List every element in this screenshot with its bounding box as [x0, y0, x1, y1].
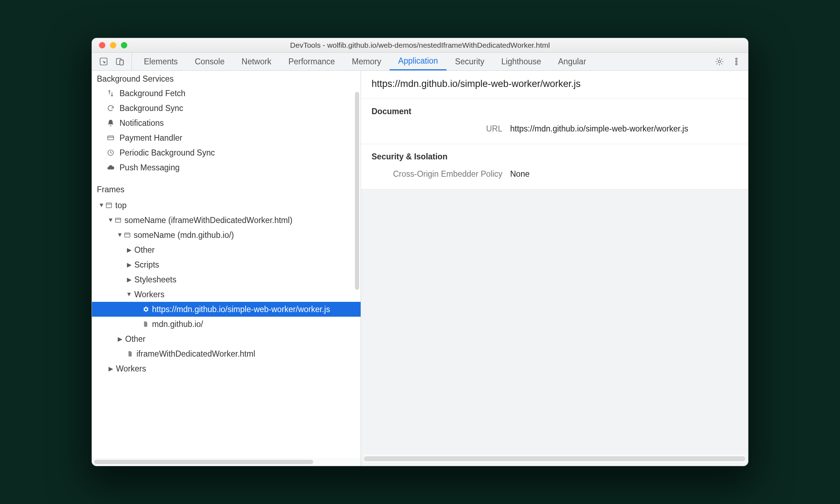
sidebar-item-background-fetch[interactable]: Background Fetch — [92, 86, 361, 101]
devtools-tabbar: ElementsConsoleNetworkPerformanceMemoryA… — [92, 53, 748, 71]
tab-application[interactable]: Application — [390, 53, 447, 70]
inspect-icon[interactable] — [99, 57, 108, 66]
frame-icon — [123, 232, 132, 239]
security-section-title: Security & Isolation — [372, 152, 737, 162]
disclosure-triangle-icon[interactable] — [126, 246, 132, 254]
gear-icon[interactable] — [715, 57, 724, 66]
url-label: URL — [372, 123, 510, 135]
sidebar-item-label: Payment Handler — [119, 133, 182, 143]
tree-label: Workers — [114, 364, 146, 374]
kebab-icon[interactable] — [732, 57, 741, 66]
sidebar-vertical-scrollbar[interactable] — [355, 71, 360, 290]
tab-lighthouse[interactable]: Lighthouse — [493, 53, 550, 70]
inspect-toolbar — [92, 53, 132, 70]
frames-tree: top someName (iframeWithDedicatedWorker.… — [92, 197, 361, 376]
disclosure-triangle-icon[interactable] — [126, 261, 132, 269]
tree-label: Workers — [132, 290, 164, 299]
devtools-window: DevTools - wolfib.github.io/web-demos/ne… — [92, 38, 748, 466]
application-sidebar: Background Services Background FetchBack… — [92, 71, 361, 466]
updown-icon — [106, 89, 115, 97]
tree-item-other[interactable]: Other — [92, 332, 361, 346]
tree-item-top[interactable]: top — [92, 198, 361, 213]
bell-icon — [106, 119, 115, 127]
svg-point-6 — [736, 61, 737, 62]
svg-rect-8 — [108, 136, 114, 140]
tree-label: Other — [132, 245, 155, 255]
sidebar-item-periodic-background-sync[interactable]: Periodic Background Sync — [92, 145, 361, 160]
tree-item-worker-selected[interactable]: https://mdn.github.io/simple-web-worker/… — [92, 302, 361, 317]
sidebar-item-background-sync[interactable]: Background Sync — [92, 101, 361, 116]
tab-security[interactable]: Security — [447, 53, 493, 70]
disclosure-triangle-icon[interactable] — [126, 276, 132, 283]
sidebar-item-label: Notifications — [119, 118, 164, 128]
tree-label: mdn.github.io/ — [150, 320, 203, 329]
security-section: Security & Isolation Cross-Origin Embedd… — [361, 144, 748, 189]
sidebar-item-payment-handler[interactable]: Payment Handler — [92, 130, 361, 145]
tree-label: Stylesheets — [132, 275, 176, 285]
svg-point-5 — [736, 58, 737, 59]
minimize-window-button[interactable] — [110, 42, 116, 48]
tab-console[interactable]: Console — [186, 53, 233, 70]
tree-label: Scripts — [132, 260, 159, 270]
tab-performance[interactable]: Performance — [280, 53, 344, 70]
sidebar-item-label: Periodic Background Sync — [119, 148, 215, 158]
detail-heading: https://mdn.github.io/simple-web-worker/… — [361, 71, 748, 99]
tree-item-document[interactable]: iframeWithDedicatedWorker.html — [92, 346, 361, 361]
disclosure-triangle-icon[interactable] — [98, 202, 105, 209]
tree-item-document[interactable]: mdn.github.io/ — [92, 317, 361, 332]
sidebar-item-notifications[interactable]: Notifications — [92, 116, 361, 130]
gear-icon — [141, 306, 150, 313]
tab-elements[interactable]: Elements — [135, 53, 186, 70]
clock-icon — [106, 149, 115, 157]
disclosure-triangle-icon[interactable] — [117, 335, 123, 343]
panel-body: Background Services Background FetchBack… — [92, 71, 748, 466]
sidebar-horizontal-scrollbar[interactable] — [92, 458, 361, 466]
coep-row: Cross-Origin Embedder Policy None — [372, 168, 737, 180]
device-toggle-icon[interactable] — [115, 57, 124, 66]
tree-item-other[interactable]: Other — [92, 242, 361, 257]
coep-label: Cross-Origin Embedder Policy — [372, 168, 510, 180]
tab-memory[interactable]: Memory — [343, 53, 390, 70]
disclosure-triangle-icon[interactable] — [117, 232, 123, 239]
tree-item-workers[interactable]: Workers — [92, 287, 361, 302]
svg-rect-12 — [125, 233, 130, 237]
sidebar-item-label: Background Sync — [119, 104, 183, 113]
tree-label: someName (mdn.github.io/) — [132, 230, 234, 240]
tree-label: top — [113, 201, 127, 210]
tree-label: iframeWithDedicatedWorker.html — [134, 349, 255, 359]
window-titlebar: DevTools - wolfib.github.io/web-demos/ne… — [92, 38, 748, 53]
tree-item-scripts[interactable]: Scripts — [92, 257, 361, 272]
document-icon — [126, 350, 134, 357]
tree-item-workers[interactable]: Workers — [92, 361, 361, 376]
background-services-header: Background Services — [92, 71, 361, 86]
document-url-row: URL https://mdn.github.io/simple-web-wor… — [372, 123, 737, 135]
window-title: DevTools - wolfib.github.io/web-demos/ne… — [92, 41, 748, 49]
tab-angular[interactable]: Angular — [550, 53, 595, 70]
coep-value: None — [510, 168, 530, 180]
tab-network[interactable]: Network — [233, 53, 280, 70]
card-icon — [106, 134, 115, 142]
traffic-lights — [92, 42, 127, 48]
svg-rect-2 — [120, 60, 123, 65]
zoom-window-button[interactable] — [121, 42, 127, 48]
sidebar-item-label: Push Messaging — [119, 163, 180, 172]
tree-label: Other — [123, 334, 146, 344]
disclosure-triangle-icon[interactable] — [126, 291, 132, 298]
window-icon — [105, 202, 113, 209]
sync-icon — [106, 104, 115, 112]
close-window-button[interactable] — [99, 42, 105, 48]
disclosure-triangle-icon[interactable] — [107, 365, 114, 373]
detail-horizontal-scrollbar[interactable] — [364, 455, 745, 463]
tree-item-stylesheets[interactable]: Stylesheets — [92, 272, 361, 287]
sidebar-item-push-messaging[interactable]: Push Messaging — [92, 160, 361, 175]
tree-item-frame[interactable]: someName (iframeWithDedicatedWorker.html… — [92, 213, 361, 228]
svg-point-4 — [718, 60, 721, 63]
tree-item-frame[interactable]: someName (mdn.github.io/) — [92, 228, 361, 242]
document-icon — [141, 321, 150, 328]
document-section: Document URL https://mdn.github.io/simpl… — [361, 99, 748, 144]
svg-point-7 — [736, 63, 737, 65]
frame-icon — [114, 217, 122, 224]
tree-label: https://mdn.github.io/simple-web-worker/… — [150, 305, 330, 314]
disclosure-triangle-icon[interactable] — [107, 217, 114, 224]
svg-rect-11 — [116, 218, 121, 222]
